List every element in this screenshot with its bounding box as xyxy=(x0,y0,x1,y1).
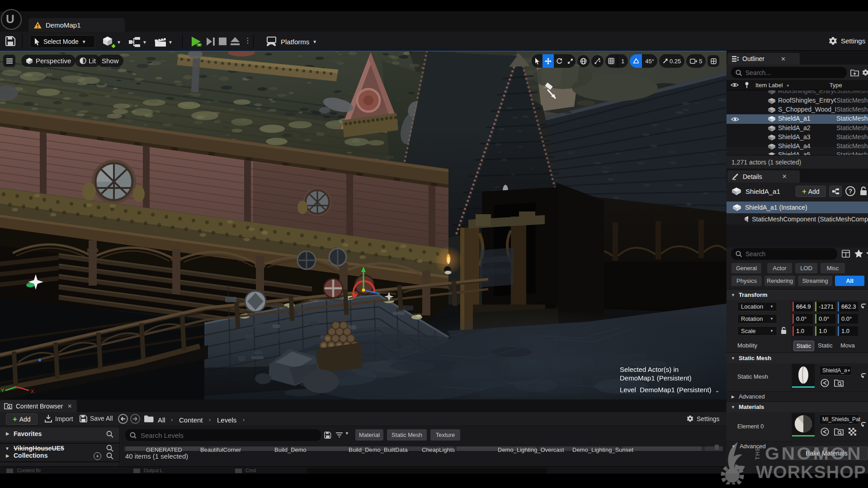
svg-text:THE: THE xyxy=(754,446,761,460)
svg-text:GNOMON: GNOMON xyxy=(765,444,863,463)
svg-text:WORKSHOP: WORKSHOP xyxy=(756,463,866,482)
